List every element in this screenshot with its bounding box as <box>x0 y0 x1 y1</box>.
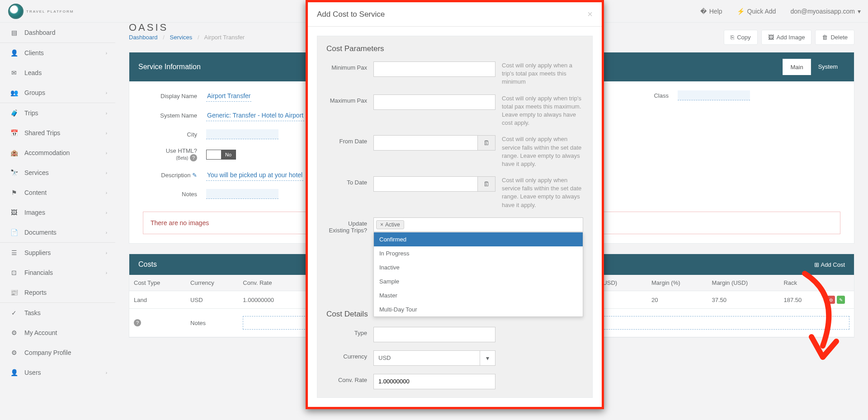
service-info-tabs: Main System <box>783 59 845 75</box>
help-icon: � <box>700 8 707 15</box>
notes-field[interactable] <box>206 189 278 199</box>
add-image-button[interactable]: 🖼Add Image <box>761 30 812 45</box>
sidebar-item-label: Groups <box>24 89 45 96</box>
company-profile-icon: ⚙ <box>9 349 19 356</box>
add-cost-modal: Add Cost to Service × Cost Parameters Mi… <box>306 0 604 409</box>
option-sample[interactable]: Sample <box>374 274 583 288</box>
copy-button[interactable]: ⎘Copy <box>724 30 757 45</box>
copy-icon: ⎘ <box>731 34 734 41</box>
sidebar-item-label: Leads <box>24 69 42 76</box>
from-date-input[interactable] <box>373 135 477 151</box>
sidebar-item-leads[interactable]: ✉Leads <box>0 63 115 83</box>
label-max-pax: Maximum Pax <box>326 94 367 104</box>
add-cost-button[interactable]: ⊞Add Cost <box>814 261 845 268</box>
label-from-date: From Date <box>326 135 367 145</box>
option-master[interactable]: Master <box>374 288 583 302</box>
class-field[interactable] <box>678 90 750 100</box>
use-html-toggle[interactable]: No <box>206 150 236 160</box>
display-name-field[interactable]: Airport Transfer <box>206 90 251 102</box>
help-icon[interactable]: ? <box>190 154 197 161</box>
delete-button[interactable]: 🗑Delete <box>815 30 854 45</box>
trips-icon: 🧳 <box>9 109 19 117</box>
sidebar-item-documents[interactable]: 📄Documents› <box>0 222 115 242</box>
option-confirmed[interactable]: Confirmed <box>374 232 583 246</box>
description-field[interactable]: You will be picked up at your hotel <box>206 170 303 181</box>
remove-tag-icon[interactable]: × <box>380 222 383 228</box>
col-margin-usd: Margin (USD) <box>708 275 779 291</box>
update-existing-multiselect[interactable]: ×Active ConfirmedIn ProgressInactiveSamp… <box>373 217 583 232</box>
sidebar-item-label: Services <box>24 169 49 176</box>
option-in-progress[interactable]: In Progress <box>374 246 583 260</box>
calendar-icon[interactable]: 🗓 <box>477 176 495 192</box>
type-select[interactable] <box>373 327 495 342</box>
sidebar-item-reports[interactable]: 📰Reports <box>0 283 115 302</box>
logo-mark-icon <box>8 4 24 19</box>
breadcrumb-services[interactable]: Services <box>170 34 192 41</box>
help-min-pax: Cost will only apply when a trip's total… <box>502 61 583 86</box>
sidebar: ▤Dashboard👤Clients›✉Leads👥Groups›🧳Trips›… <box>0 23 115 420</box>
sidebar-item-users[interactable]: 👤Users› <box>0 363 115 382</box>
quick-add-link[interactable]: ⚡Quick Add <box>730 1 783 21</box>
sidebar-item-groups[interactable]: 👥Groups› <box>0 83 115 103</box>
sidebar-item-label: Financials <box>24 269 53 276</box>
sidebar-item-label: Trips <box>24 109 38 117</box>
page-actions: ⎘Copy 🖼Add Image 🗑Delete <box>724 30 854 45</box>
label-conv-rate: Conv. Rate <box>326 374 367 383</box>
to-date-input[interactable] <box>373 176 477 192</box>
option-inactive[interactable]: Inactive <box>374 260 583 274</box>
groups-icon: 👥 <box>9 89 19 96</box>
logo[interactable]: OASIS TRAVEL PLATFORM <box>8 4 74 19</box>
close-icon[interactable]: × <box>587 9 593 19</box>
sidebar-item-label: Documents <box>24 229 57 236</box>
row-edit-button[interactable]: ✎ <box>837 296 845 304</box>
label-currency: Currency <box>326 350 367 360</box>
tab-main[interactable]: Main <box>783 59 811 75</box>
suppliers-icon: ☰ <box>9 249 19 256</box>
help-link[interactable]: �Help <box>693 1 730 21</box>
user-menu[interactable]: don@myoasisapp.com ▾ <box>783 1 868 21</box>
sidebar-item-suppliers[interactable]: ☰Suppliers› <box>0 243 115 263</box>
min-pax-input[interactable] <box>373 61 495 77</box>
sidebar-item-content[interactable]: ⚑Content› <box>0 183 115 203</box>
sidebar-item-shared-trips[interactable]: 📅Shared Trips› <box>0 123 115 143</box>
sidebar-item-label: Users <box>24 369 41 376</box>
tab-system[interactable]: System <box>811 59 845 75</box>
label-class: Class <box>614 92 669 99</box>
sidebar-item-clients[interactable]: 👤Clients› <box>0 43 115 63</box>
conv-rate-input[interactable] <box>373 374 495 389</box>
sidebar-item-images[interactable]: 🖼Images› <box>0 203 115 222</box>
sidebar-item-accommodation[interactable]: 🏨Accommodation› <box>0 143 115 163</box>
label-to-date: To Date <box>326 176 367 186</box>
sidebar-item-tasks[interactable]: ✓Tasks <box>0 303 115 323</box>
tag-active[interactable]: ×Active <box>376 220 404 229</box>
col-rack: Rack <box>779 275 822 291</box>
services-icon: 🔭 <box>9 169 19 176</box>
sidebar-item-label: My Account <box>24 329 57 336</box>
city-field[interactable] <box>206 129 278 139</box>
sidebar-item-dashboard[interactable]: ▤Dashboard <box>0 23 115 42</box>
sidebar-item-company-profile[interactable]: ⚙Company Profile <box>0 343 115 363</box>
sidebar-item-services[interactable]: 🔭Services› <box>0 163 115 183</box>
accommodation-icon: 🏨 <box>9 149 19 156</box>
sidebar-item-label: Accommodation <box>24 149 70 156</box>
currency-select[interactable]: USD ▾ <box>373 350 495 366</box>
calendar-icon[interactable]: 🗓 <box>477 135 495 151</box>
logo-tagline: TRAVEL PLATFORM <box>26 10 74 14</box>
row-delete-button[interactable]: ⊖ <box>827 296 835 304</box>
option-multi-day-tour[interactable]: Multi-Day Tour <box>374 302 583 316</box>
system-name-field[interactable]: Generic: Transfer - Hotel to Airport <box>206 110 304 121</box>
help-icon[interactable]: ? <box>134 319 141 326</box>
breadcrumb-dashboard[interactable]: Dashboard <box>129 34 158 41</box>
sidebar-item-trips[interactable]: 🧳Trips› <box>0 103 115 123</box>
sidebar-item-financials[interactable]: ⊡Financials› <box>0 263 115 283</box>
chevron-right-icon: › <box>106 90 107 95</box>
lightning-icon: ⚡ <box>737 8 745 15</box>
clients-icon: 👤 <box>9 49 19 57</box>
chevron-right-icon: › <box>106 230 107 235</box>
col-cost-type: Cost Type <box>129 275 186 291</box>
max-pax-input[interactable] <box>373 94 495 110</box>
sidebar-item-my-account[interactable]: ⚙My Account <box>0 323 115 343</box>
label-description: Description ✎ <box>143 172 197 179</box>
edit-icon[interactable]: ✎ <box>192 172 197 179</box>
help-max-pax: Cost will only apply when trip's total p… <box>502 94 583 127</box>
